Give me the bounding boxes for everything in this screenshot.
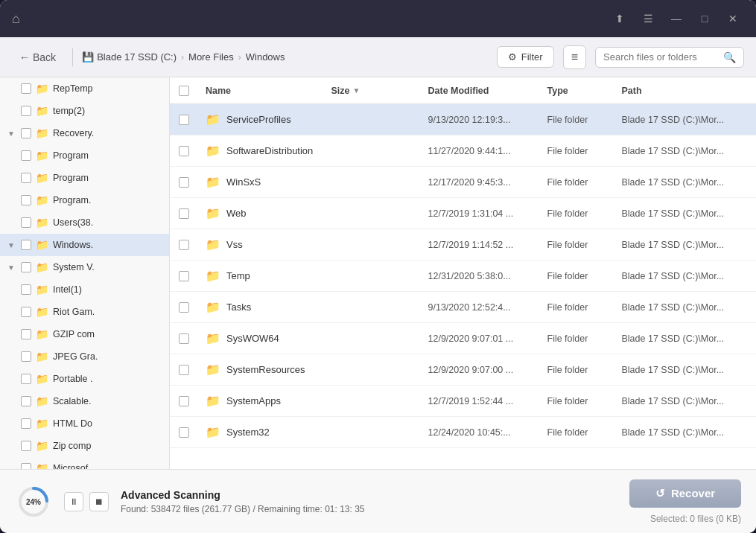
row-type: File folder (547, 427, 622, 438)
row-folder-icon: 📁 (206, 237, 220, 252)
row-folder-icon: 📁 (206, 394, 220, 408)
table-row[interactable]: 📁 Temp 12/31/2020 5:38:0... File folder … (170, 261, 756, 292)
view-menu-button[interactable]: ≡ (563, 45, 586, 69)
sidebar-checkbox[interactable] (21, 262, 31, 272)
table-row[interactable]: 📁 Vss 12/7/2019 1:14:52 ... File folder … (170, 229, 756, 261)
sidebar-checkbox[interactable] (21, 284, 31, 295)
minimize-button[interactable]: — (665, 7, 687, 30)
row-checkbox[interactable] (179, 396, 189, 406)
sidebar-item[interactable]: 📁 temp(2) (0, 100, 169, 122)
pause-button[interactable]: ⏸ (64, 492, 83, 511)
header-path[interactable]: Path (622, 86, 748, 96)
breadcrumb-drive[interactable]: 💾 Blade 17 SSD (C:) (82, 51, 177, 63)
row-checkbox-cell (179, 365, 206, 375)
sidebar-item[interactable]: 📁 Program. (0, 189, 169, 211)
row-name-text: SystemResources (226, 364, 305, 375)
row-checkbox[interactable] (179, 333, 189, 344)
header-checkbox[interactable] (179, 86, 189, 96)
row-name-cell: 📁 Tasks (206, 300, 331, 314)
row-type: File folder (547, 271, 622, 281)
sidebar-checkbox[interactable] (21, 329, 31, 339)
breadcrumb-morefiles[interactable]: More Files (188, 51, 234, 63)
row-checkbox-cell (179, 396, 206, 406)
sidebar-checkbox[interactable] (21, 441, 31, 451)
sidebar-item[interactable]: 📁 Portable . (0, 368, 169, 390)
search-input[interactable] (603, 51, 719, 63)
row-path: Blade 17 SSD (C:)\Mor... (622, 427, 748, 438)
breadcrumb-drive-label: Blade 17 SSD (C:) (97, 51, 177, 63)
hamburger-button[interactable]: ☰ (637, 7, 659, 30)
table-row[interactable]: 📁 Web 12/7/2019 1:31:04 ... File folder … (170, 198, 756, 229)
row-name-text: Temp (226, 270, 250, 281)
row-checkbox[interactable] (179, 240, 189, 250)
table-row[interactable]: 📁 SystemApps 12/7/2019 1:52:44 ... File … (170, 386, 756, 417)
row-name-text: SystemApps (226, 395, 281, 406)
sidebar-checkbox[interactable] (21, 240, 31, 250)
header-modified[interactable]: Date Modified (428, 86, 547, 96)
row-name-text: Web (226, 208, 247, 219)
sidebar-item[interactable]: 📁 HTML Do (0, 412, 169, 435)
header-name[interactable]: Name (206, 86, 331, 96)
sidebar-checkbox[interactable] (21, 374, 31, 384)
row-modified: 12/9/2020 9:07:01 ... (428, 333, 547, 344)
table-row[interactable]: 📁 SoftwareDistribution 11/27/2020 9:44:1… (170, 135, 756, 167)
row-checkbox[interactable] (179, 177, 189, 188)
sidebar-checkbox[interactable] (21, 463, 31, 469)
sidebar-item[interactable]: 📁 Program (0, 144, 169, 167)
table-body: 📁 ServiceProfiles 9/13/2020 12:19:3... F… (170, 104, 756, 469)
table-row[interactable]: 📁 WinSxS 12/17/2020 9:45:3... File folde… (170, 167, 756, 198)
sidebar-item[interactable]: 📁 Riot Gam. (0, 301, 169, 323)
sidebar-checkbox[interactable] (21, 173, 31, 183)
filter-button[interactable]: ⚙ Filter (497, 46, 554, 68)
header-size[interactable]: Size ▼ (331, 86, 428, 96)
table-row[interactable]: 📁 Tasks 9/13/2020 12:52:4... File folder… (170, 292, 756, 323)
header-type-label: Type (547, 86, 568, 96)
sidebar-checkbox[interactable] (21, 106, 31, 116)
row-checkbox[interactable] (179, 208, 189, 219)
sidebar-item[interactable]: 📁 GZIP com (0, 323, 169, 345)
row-type: File folder (547, 208, 622, 219)
recover-button[interactable]: ↺ Recover (629, 479, 741, 508)
stop-button[interactable]: ⏹ (89, 492, 109, 511)
breadcrumb-windows[interactable]: Windows (246, 51, 285, 63)
sidebar-item[interactable]: ▼ 📁 Recovery. (0, 122, 169, 144)
table-row[interactable]: 📁 SysWOW64 12/9/2020 9:07:01 ... File fo… (170, 323, 756, 354)
row-checkbox[interactable] (179, 365, 189, 375)
sidebar-checkbox[interactable] (21, 83, 31, 94)
sidebar-item[interactable]: 📁 Intel(1) (0, 278, 169, 301)
sidebar-checkbox[interactable] (21, 150, 31, 161)
sidebar-checkbox[interactable] (21, 217, 31, 228)
row-checkbox[interactable] (179, 115, 189, 125)
search-icon[interactable]: 🔍 (723, 51, 736, 63)
sidebar-checkbox[interactable] (21, 351, 31, 362)
header-type[interactable]: Type (547, 86, 622, 96)
sidebar-checkbox[interactable] (21, 195, 31, 205)
row-checkbox[interactable] (179, 302, 189, 313)
close-button[interactable]: ✕ (722, 7, 744, 30)
home-icon[interactable]: ⌂ (12, 11, 20, 27)
table-row[interactable]: 📁 ServiceProfiles 9/13/2020 12:19:3... F… (170, 104, 756, 135)
sidebar-item[interactable]: ▼ 📁 System V. (0, 256, 169, 278)
row-checkbox[interactable] (179, 271, 189, 281)
sidebar-item[interactable]: 📁 Users(38. (0, 211, 169, 234)
back-button[interactable]: ← Back (12, 47, 63, 68)
sidebar-item[interactable]: 📁 JPEG Gra. (0, 345, 169, 368)
row-checkbox[interactable] (179, 146, 189, 156)
row-folder-icon: 📁 (206, 112, 220, 127)
sidebar-checkbox[interactable] (21, 128, 31, 138)
row-checkbox[interactable] (179, 427, 189, 438)
sidebar-item[interactable]: 📁 Program (0, 167, 169, 189)
share-button[interactable]: ⬆ (609, 7, 631, 30)
sidebar-checkbox[interactable] (21, 418, 31, 429)
sidebar-item[interactable]: 📁 Scalable. (0, 390, 169, 412)
sidebar-checkbox[interactable] (21, 396, 31, 406)
sidebar-item[interactable]: 📁 Microsof. (0, 457, 169, 469)
sidebar-item[interactable]: 📁 Zip comp (0, 435, 169, 457)
maximize-button[interactable]: □ (693, 7, 716, 30)
row-type: File folder (547, 396, 622, 406)
table-row[interactable]: 📁 System32 12/24/2020 10:45:... File fol… (170, 417, 756, 448)
table-row[interactable]: 📁 SystemResources 12/9/2020 9:07:00 ... … (170, 354, 756, 386)
sidebar-checkbox[interactable] (21, 307, 31, 317)
sidebar-item[interactable]: ▼ 📁 Windows. (0, 234, 169, 256)
sidebar-item[interactable]: 📁 RepTemp (0, 77, 169, 100)
